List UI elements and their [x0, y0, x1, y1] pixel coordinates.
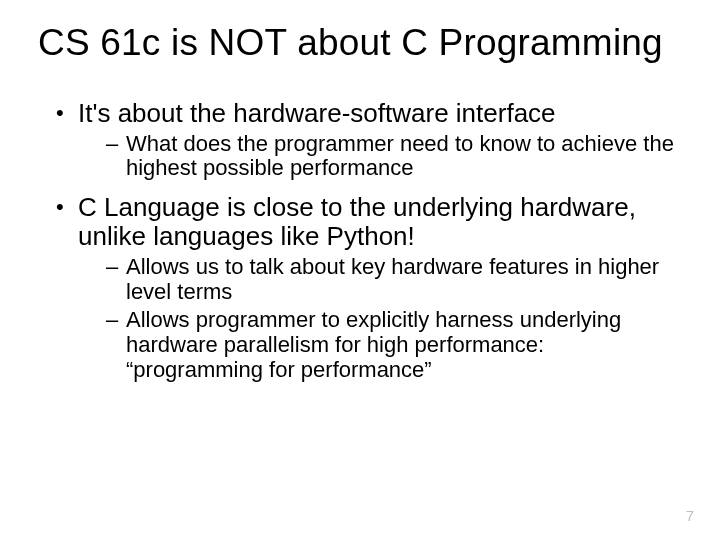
- bullet-text: It's about the hardware-software interfa…: [78, 98, 556, 128]
- page-number: 7: [686, 507, 694, 524]
- sub-list: What does the programmer need to know to…: [78, 132, 682, 181]
- list-item: What does the programmer need to know to…: [106, 132, 682, 181]
- list-item: It's about the hardware-software interfa…: [56, 99, 682, 181]
- sub-bullet-text: Allows us to talk about key hardware fea…: [126, 254, 659, 304]
- list-item: Allows programmer to explicitly harness …: [106, 308, 682, 382]
- sub-bullet-text: Allows programmer to explicitly harness …: [126, 307, 621, 381]
- list-item: C Language is close to the underlying ha…: [56, 193, 682, 382]
- slide-title: CS 61c is NOT about C Programming: [38, 22, 682, 65]
- list-item: Allows us to talk about key hardware fea…: [106, 255, 682, 304]
- sub-list: Allows us to talk about key hardware fea…: [78, 255, 682, 382]
- slide: CS 61c is NOT about C Programming It's a…: [0, 0, 720, 540]
- bullet-text: C Language is close to the underlying ha…: [78, 192, 636, 251]
- bullet-list: It's about the hardware-software interfa…: [38, 99, 682, 383]
- sub-bullet-text: What does the programmer need to know to…: [126, 131, 674, 181]
